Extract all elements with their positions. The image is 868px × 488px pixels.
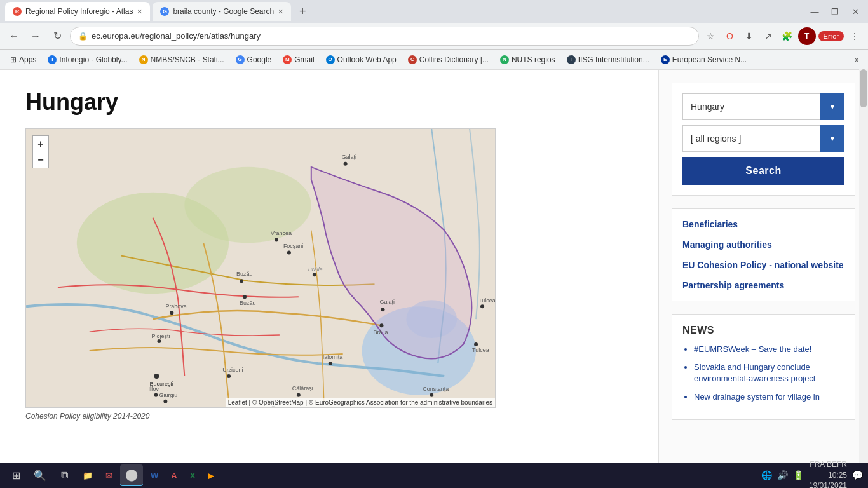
file-explorer-icon: 📁 [83,471,93,480]
news-item-1[interactable]: #EUMRSWeek – Save the date! [694,344,844,355]
svg-text:Giurgiu: Giurgiu [159,392,177,398]
page-title: Hungary [25,89,633,116]
downloads-icon[interactable]: ⬇ [741,28,757,44]
battery-icon[interactable]: 🔋 [793,470,804,480]
bookmark-nuts[interactable]: N NUTS regios [495,53,560,66]
bookmark-outlook[interactable]: O Outlook Web App [321,53,402,66]
notification-icon[interactable]: 💬 [852,470,863,480]
back-button[interactable]: ← [5,27,23,45]
excel-taskbar-icon: X [190,471,196,480]
bookmarks-more-button[interactable]: » [851,53,863,66]
country-select[interactable]: Hungary Austria Belgium [682,93,844,120]
close-button[interactable]: ✕ [848,4,863,19]
map-container[interactable]: + − [25,128,496,408]
apps-icon: ⊞ [10,55,17,64]
tab-regional-close[interactable]: ✕ [137,8,142,16]
european-favicon: E [661,55,670,64]
start-button[interactable]: ⊞ [5,464,27,486]
url-text: ec.europa.eu/regional_policy/en/atlas/hu… [92,31,261,41]
taskbar-right: 🌐 🔊 🔋 FRA BEFR 10:25 19/01/2021 💬 [761,459,863,488]
network-icon[interactable]: 🌐 [761,470,772,480]
acrobat-taskbar-icon: A [171,471,177,480]
bookmark-gmail[interactable]: M Gmail [278,53,319,66]
bookmark-nmbs[interactable]: N NMBS/SNCB - Stati... [134,53,229,66]
news-title: NEWS [682,325,844,336]
taskbar-outlook[interactable]: ✉ [100,464,118,486]
task-view-button[interactable]: ⧉ [53,464,75,486]
bookmark-collins[interactable]: C Collins Dictionary |... [403,53,494,66]
collins-favicon: C [408,55,417,64]
svg-text:Ialomiţa: Ialomiţa [323,354,342,360]
inforegio-favicon: I [48,55,57,64]
svg-text:Cälăraşi: Cälăraşi [292,385,313,391]
volume-icon[interactable]: 🔊 [777,470,788,480]
svg-point-42 [154,393,158,397]
tab-google-close[interactable]: ✕ [278,8,283,16]
tab-regional[interactable]: R Regional Policy Inforegio - Atlas ✕ [5,2,150,21]
minimize-button[interactable]: — [807,4,822,19]
extensions-icon[interactable]: 🧩 [779,28,796,44]
svg-text:Galaţi: Galaţi [342,154,356,160]
page-scroll-thumb[interactable] [860,70,867,107]
window-controls: — ❐ ✕ [807,4,863,19]
profile-button[interactable]: T [798,27,816,45]
bookmark-google[interactable]: G Google [231,53,277,66]
taskbar-word[interactable]: W [146,464,163,486]
taskbar-acrobat[interactable]: A [166,464,182,486]
vlc-taskbar-icon: ▶ [208,471,214,480]
maximize-button[interactable]: ❐ [827,4,843,19]
taskbar-vlc[interactable]: ▶ [203,464,219,486]
search-taskbar-button[interactable]: 🔍 [29,464,51,486]
tab-google[interactable]: G braila county - Google Search ✕ [153,2,291,21]
clock-time: 10:25 [809,470,847,481]
url-bar[interactable]: 🔒 ec.europa.eu/regional_policy/en/atlas/… [70,27,699,46]
bookmark-star-icon[interactable]: ☆ [703,28,719,44]
error-badge[interactable]: Error [818,31,844,41]
link-national-website[interactable]: EU Cohesion Policy - national website [682,260,844,270]
news-widget: NEWS #EUMRSWeek – Save the date! Slovaki… [672,314,855,420]
svg-text:Tulcea: Tulcea [478,297,495,304]
link-beneficiaries[interactable]: Beneficiaries [682,219,844,229]
bookmark-apps[interactable]: ⊞ Apps [5,53,41,66]
tab-regional-favicon: R [13,7,22,16]
link-partnership-agreements[interactable]: Partnership agreements [682,280,844,290]
system-clock[interactable]: FRA BEFR 10:25 19/01/2021 [809,459,847,488]
search-button[interactable]: Search [682,157,844,185]
svg-point-4 [184,167,311,243]
forward-button[interactable]: → [27,27,44,45]
bookmark-iisg[interactable]: I IISG Interinstitution... [562,53,654,66]
map-zoom-in[interactable]: + [32,135,49,152]
news-item-2[interactable]: Slovakia and Hungary conclude environmen… [694,362,844,384]
clock-date: 19/01/2021 [809,480,847,488]
bookmark-inforegio[interactable]: I Inforegio - Globbly... [43,53,132,66]
svg-point-18 [275,238,278,242]
new-tab-button[interactable]: + [294,3,311,20]
svg-text:Constanţa: Constanţa [423,386,449,392]
taskbar-excel[interactable]: X [185,464,201,486]
svg-point-20 [313,273,316,276]
nmbs-favicon: N [139,55,148,64]
region-select[interactable]: [ all regions ] Central Hungary Western … [682,125,844,152]
language-region: FRA BEFR [809,459,847,470]
outlook-favicon: O [326,55,335,64]
svg-point-38 [297,393,301,397]
link-managing-authorities[interactable]: Managing authorities [682,240,844,250]
opera-icon[interactable]: O [722,28,738,44]
map-svg: Bucureşti Brăila Galaţi Galaţi Tulcea Tu… [26,129,495,408]
page-scrollbar[interactable] [859,70,868,463]
bookmark-european[interactable]: E European Service N... [656,53,752,66]
news-list: #EUMRSWeek – Save the date! Slovakia and… [682,344,844,403]
svg-point-40 [329,362,332,365]
refresh-button[interactable]: ↻ [48,27,66,45]
tab-google-favicon: G [160,7,169,16]
taskbar-file-explorer[interactable]: 📁 [78,464,98,486]
tab-google-label: braila county - Google Search [173,7,274,16]
address-bar: ← → ↻ 🔒 ec.europa.eu/regional_policy/en/… [0,23,868,50]
map-zoom-out[interactable]: − [32,152,49,168]
taskbar-chrome[interactable]: ⬤ [120,464,143,486]
news-item-3[interactable]: New drainage system for village in [694,391,844,403]
menu-button[interactable]: ⋮ [846,28,863,44]
share-icon[interactable]: ↗ [760,28,776,44]
page-content: Hungary + − [0,70,868,488]
svg-point-28 [170,311,173,315]
